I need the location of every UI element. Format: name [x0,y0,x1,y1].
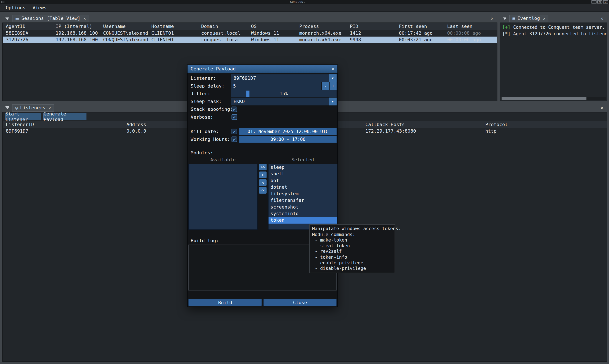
tooltip-line: - make-token [312,237,392,243]
chevron-down-icon[interactable]: ▼ [329,98,337,105]
cell: 00:00:08 ago [444,30,497,37]
tab-close-icon[interactable]: ✕ [543,16,545,20]
cell: 192.168.168.100 [53,37,100,43]
start-listener-button[interactable]: Start Listener [5,113,41,120]
tab-sessions[interactable]: ☰ Sessions [Table View] ✕ [12,14,89,22]
module-item[interactable]: filetransfer [268,197,337,204]
maximize-icon[interactable]: □ [597,0,602,4]
listeners-icon: ◎ [15,105,18,110]
selected-modules-list[interactable]: sleep shell bof dotnet filesystem filetr… [268,164,337,230]
move-left-button[interactable]: < [259,179,267,186]
column-header[interactable]: AgentID [3,23,53,30]
cell: 89F691D7 [3,128,123,134]
cell: CONQUEST\alexander [100,30,148,37]
jitter-label: Jitter: [187,91,210,96]
decrement-button[interactable]: - [322,82,329,90]
build-button[interactable]: Build [188,299,262,306]
verbose-checkbox[interactable]: ✔ [231,114,237,120]
menu-views[interactable]: Views [29,4,50,12]
dock-menu-icon[interactable] [5,106,9,109]
cell: conquest.local [198,37,248,43]
panel-close-icon[interactable]: ✕ [598,16,605,21]
cell: CLIENT01 [148,37,198,43]
eventlog-body: [+]Connected to Conquest team server. [*… [500,23,607,101]
column-header[interactable]: Domain [198,23,248,30]
working-hours-input[interactable]: 09:00 - 17:00 [239,136,337,143]
sleep-delay-label: Sleep delay: [187,83,224,89]
module-item[interactable]: bof [268,177,337,184]
column-header[interactable]: Protocol [482,121,607,128]
dock-menu-icon[interactable] [5,17,9,20]
check-icon: ✔ [233,137,236,142]
module-item[interactable]: shell [268,171,337,177]
module-item[interactable]: screenshot [268,204,337,210]
sleep-mask-select[interactable]: EKKO ▼ [231,98,337,105]
eventlog-panel: ▤ Eventlog ✕ ✕ [+]Connected to Conquest … [500,14,607,101]
column-header[interactable]: Process [296,23,347,30]
app-window: Conquest — □ ✕ Options Views ☰ Sessions … [0,0,609,364]
module-item[interactable]: sleep [268,164,337,171]
generate-payload-button[interactable]: Generate Payload [43,113,86,120]
cell: CLIENT01 [148,30,198,37]
tab-close-icon[interactable]: ✕ [48,105,51,110]
tab-close-icon[interactable]: ✕ [84,16,86,20]
column-header[interactable]: Username [100,23,148,30]
dialog-close-button[interactable]: Close [264,299,337,306]
close-icon[interactable]: ✕ [603,0,608,4]
module-item-selected[interactable]: token [268,217,337,223]
scrollbar-thumb[interactable] [502,97,586,100]
panel-close-icon[interactable]: ✕ [598,105,605,110]
jitter-slider[interactable]: 15% [231,90,337,97]
build-log-label: Build log: [187,238,219,243]
cell: 00:03:21 ago [396,37,444,43]
verbose-label: Verbose: [187,114,213,120]
chevron-down-icon[interactable]: ▼ [329,74,337,82]
kill-date-input[interactable]: 01. November 2025 12:00:00 UTC [239,128,337,135]
move-right-button[interactable]: > [259,171,267,178]
stack-spoofing-label: Stack spoofing: [187,107,233,112]
column-header[interactable]: First seen [396,23,444,30]
panel-close-icon[interactable]: ✕ [489,16,496,21]
stack-spoofing-checkbox[interactable]: ✔ [231,107,237,112]
minimize-icon[interactable]: — [591,0,596,4]
column-header[interactable]: IP (Internal) [53,23,100,30]
dialog-titlebar[interactable]: Generate Payload ✕ [187,65,337,73]
column-header[interactable]: PID [347,23,396,30]
column-header[interactable]: ListenerID [3,121,123,128]
available-modules-list[interactable] [188,164,258,230]
check-icon: ✔ [233,129,236,134]
cell: 58EE89DA [3,30,53,37]
modules-label: Modules: [187,150,213,156]
module-item[interactable]: dotnet [268,184,337,191]
horizontal-scrollbar[interactable] [501,97,606,100]
tab-eventlog[interactable]: ▤ Eventlog ✕ [509,14,548,22]
working-hours-checkbox[interactable]: ✔ [231,136,237,142]
tab-eventlog-label: Eventlog [517,16,540,21]
menu-options[interactable]: Options [2,4,29,12]
session-row-selected[interactable]: 312D7726 192.168.168.100 CONQUEST\alexan… [3,37,497,43]
listener-select[interactable]: 89F691D7 ▼ [231,74,337,82]
move-all-left-button[interactable]: << [259,187,267,194]
dialog-close-icon[interactable]: ✕ [332,66,334,71]
eventlog-line: [+]Connected to Conquest team server. [502,24,604,31]
module-item[interactable]: systeminfo [268,210,337,217]
sleep-delay-input[interactable]: 5 [231,82,321,90]
column-header[interactable]: Hostname [148,23,198,30]
jitter-value: 15% [231,90,337,97]
kill-date-checkbox[interactable]: ✔ [231,129,237,134]
column-header[interactable]: Last seen [444,23,497,30]
cell: 1412 [347,30,396,37]
cell: 312D7726 [3,37,53,43]
session-row[interactable]: 58EE89DA 192.168.168.100 CONQUEST\alexan… [3,30,497,37]
module-item[interactable]: filesystem [268,191,337,197]
dock-menu-icon[interactable] [503,17,506,20]
column-header[interactable]: OS [248,23,296,30]
tab-listeners[interactable]: ◎ Listeners ✕ [12,104,54,111]
tab-listeners-label: Listeners [20,105,45,110]
cell: monarch.x64.exe [296,30,347,37]
increment-button[interactable]: + [330,82,337,90]
move-all-right-button[interactable]: >> [259,164,267,170]
sleep-mask-label: Sleep mask: [187,99,222,104]
cell: 00:17:42 ago [396,30,444,37]
column-header[interactable]: Callback Hosts [362,121,482,128]
